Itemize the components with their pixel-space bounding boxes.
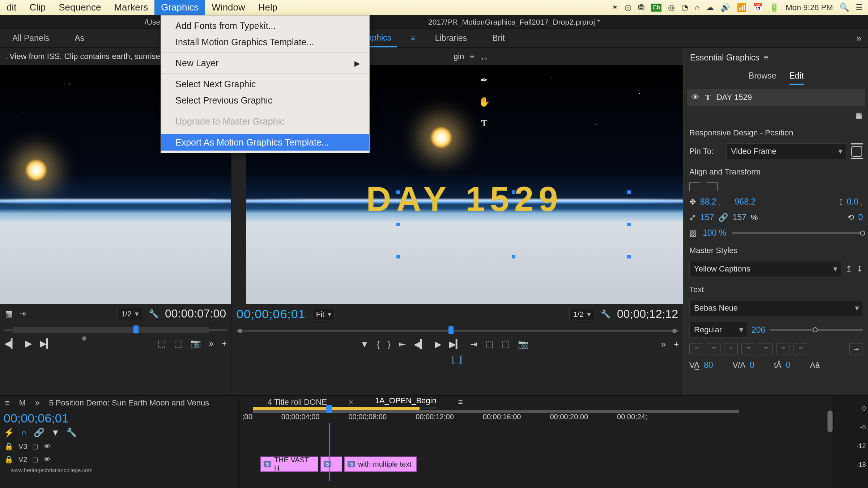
- timeline-tracks-area[interactable]: 4 Title roll DONE × 1A_OPEN_Begin ≡ ;00 …: [239, 396, 833, 488]
- vertical-scroll-thumb[interactable]: [827, 411, 833, 432]
- leading-value[interactable]: 0: [786, 360, 791, 370]
- source-insert-icon[interactable]: ⇥: [19, 309, 26, 319]
- export-frame-icon[interactable]: 📷: [190, 338, 201, 349]
- linked-selection-icon[interactable]: 🔗: [34, 428, 44, 438]
- eye-icon[interactable]: 👁: [43, 455, 51, 464]
- anchor-x[interactable]: 0.0 ,: [847, 197, 863, 207]
- overwrite-icon[interactable]: ⬚: [158, 338, 166, 349]
- menu-graphics[interactable]: Graphics: [154, 0, 205, 15]
- menu-new-layer[interactable]: New Layer▶: [161, 55, 369, 71]
- eye-icon[interactable]: 👁: [43, 442, 51, 451]
- tl-tab-4title[interactable]: 4 Title roll DONE: [268, 397, 327, 407]
- position-y[interactable]: 968.2: [735, 197, 756, 207]
- menu-add-fonts[interactable]: Add Fonts from Typekit...: [161, 18, 369, 34]
- timeline-playhead-time[interactable]: 00;00;06;01: [4, 409, 235, 427]
- new-layer-icon[interactable]: ▦: [855, 111, 863, 120]
- menu-clip[interactable]: Clip: [23, 0, 52, 15]
- insert-clip-icon[interactable]: ⬚: [174, 338, 182, 349]
- dropbox-icon[interactable]: ⛃: [638, 3, 644, 12]
- menu-select-next[interactable]: Select Next Graphic: [161, 76, 369, 92]
- justify-icon[interactable]: ≣: [741, 344, 755, 354]
- panel-menu-icon[interactable]: ≡: [458, 397, 463, 407]
- tracking-value[interactable]: 80: [704, 360, 713, 370]
- workspace-menu-icon[interactable]: ≡: [411, 34, 416, 43]
- playhead-handle[interactable]: [326, 405, 332, 413]
- opacity-value[interactable]: 100 %: [703, 228, 726, 238]
- hamburger-icon[interactable]: ☰: [856, 3, 863, 12]
- app-square-icon[interactable]: Cb: [651, 4, 661, 12]
- clock-icon[interactable]: ◔: [681, 3, 688, 12]
- menu-select-previous[interactable]: Select Previous Graphic: [161, 92, 369, 109]
- align-center-icon[interactable]: ≣: [707, 344, 720, 354]
- link-icon[interactable]: 🔗: [718, 213, 728, 222]
- eg-tab-edit[interactable]: Edit: [790, 71, 804, 85]
- workspace-brit[interactable]: Brit: [486, 30, 511, 47]
- track-label[interactable]: V3: [18, 442, 27, 451]
- out-bracket-icon[interactable]: }: [388, 339, 391, 349]
- tl-list-icon[interactable]: ≡: [5, 398, 10, 408]
- menu-install-template[interactable]: Install Motion Graphics Template...: [161, 34, 369, 50]
- source-settings-icon[interactable]: ▦: [5, 309, 13, 319]
- menu-help[interactable]: Help: [252, 0, 284, 15]
- tl-tab-1a-open[interactable]: 1A_OPEN_Begin: [375, 396, 437, 408]
- step-fwd-icon[interactable]: ▶▎: [40, 338, 53, 349]
- panel-menu-icon[interactable]: ≡: [764, 53, 769, 63]
- lock-icon[interactable]: 🔒: [4, 455, 13, 464]
- wrench-icon[interactable]: 🔧: [601, 310, 610, 319]
- home-icon[interactable]: ⌂: [695, 3, 699, 12]
- track-label[interactable]: V2: [18, 455, 27, 464]
- opacity-slider[interactable]: [732, 232, 863, 234]
- timeline-clip[interactable]: fxwith multiple text: [344, 457, 417, 472]
- lift-icon[interactable]: ⬚: [485, 339, 494, 349]
- marker-icon[interactable]: ▼: [360, 339, 369, 349]
- eg-layer-item[interactable]: 👁 T DAY 1529: [687, 89, 865, 106]
- overflow-icon[interactable]: »: [661, 339, 666, 349]
- magnet-icon[interactable]: ∩: [21, 428, 27, 438]
- date-icon[interactable]: 📅: [753, 3, 763, 12]
- mark-in-icon[interactable]: ◀▎: [4, 338, 17, 349]
- cloud-upload-icon[interactable]: ☁: [706, 3, 714, 12]
- play-icon[interactable]: ▶: [435, 339, 441, 349]
- wrench-icon[interactable]: 🔧: [149, 309, 158, 319]
- playhead-line[interactable]: [329, 423, 330, 481]
- font-size-slider[interactable]: [770, 329, 863, 331]
- pen-tool-icon[interactable]: ✒: [477, 72, 492, 88]
- pin-to-select[interactable]: Video Frame: [726, 143, 846, 159]
- snap-icon[interactable]: ⚡: [4, 428, 14, 438]
- creative-cloud-icon[interactable]: ◎: [625, 3, 631, 12]
- menu-edit[interactable]: dit: [0, 0, 23, 15]
- timeline-clip[interactable]: fxTHE VAST H: [260, 457, 318, 472]
- workspace-overflow-icon[interactable]: »: [856, 33, 861, 44]
- program-tab-label[interactable]: gin: [454, 52, 464, 61]
- step-back-icon[interactable]: ◀▎: [414, 339, 427, 349]
- play-icon[interactable]: ▶: [25, 338, 32, 349]
- lock-icon[interactable]: 🔒: [4, 442, 13, 451]
- source-zoom-select[interactable]: 1/2: [117, 308, 142, 320]
- program-zoom-select[interactable]: 1/2: [569, 308, 594, 320]
- marker-add-icon[interactable]: ▼: [51, 428, 60, 438]
- go-in-icon[interactable]: ⇤: [399, 339, 406, 349]
- battery-icon[interactable]: 🔋: [769, 3, 779, 12]
- toggle-icon[interactable]: ◻: [32, 455, 38, 464]
- workspace-assembly[interactable]: As: [69, 30, 90, 47]
- volume-icon[interactable]: 🔊: [720, 3, 730, 12]
- in-bracket-icon[interactable]: {: [377, 339, 380, 349]
- evernote-icon[interactable]: ✶: [612, 3, 618, 12]
- menu-window[interactable]: Window: [205, 0, 251, 15]
- scale-w[interactable]: 157: [700, 213, 714, 222]
- panel-menu-icon[interactable]: ≡: [470, 52, 475, 61]
- source-scrub[interactable]: [4, 325, 227, 335]
- justify-last-center-icon[interactable]: ≣: [776, 344, 790, 354]
- tl-tab-m[interactable]: M: [19, 398, 26, 408]
- eye-icon[interactable]: 👁: [692, 93, 699, 102]
- push-up-icon[interactable]: ↥: [846, 264, 852, 274]
- program-playhead-time[interactable]: 00;00;06;01: [237, 307, 306, 321]
- step-fwd-icon[interactable]: ▶▎: [449, 339, 462, 349]
- align-icon[interactable]: [689, 182, 700, 191]
- hand-tool-icon[interactable]: ✋: [477, 94, 492, 109]
- go-out-icon[interactable]: ⇥: [470, 339, 477, 349]
- spotlight-icon[interactable]: 🔍: [839, 3, 849, 12]
- align-right-icon[interactable]: ≡: [724, 344, 738, 354]
- push-down-icon[interactable]: ↧: [856, 264, 863, 274]
- font-size-value[interactable]: 206: [752, 325, 765, 335]
